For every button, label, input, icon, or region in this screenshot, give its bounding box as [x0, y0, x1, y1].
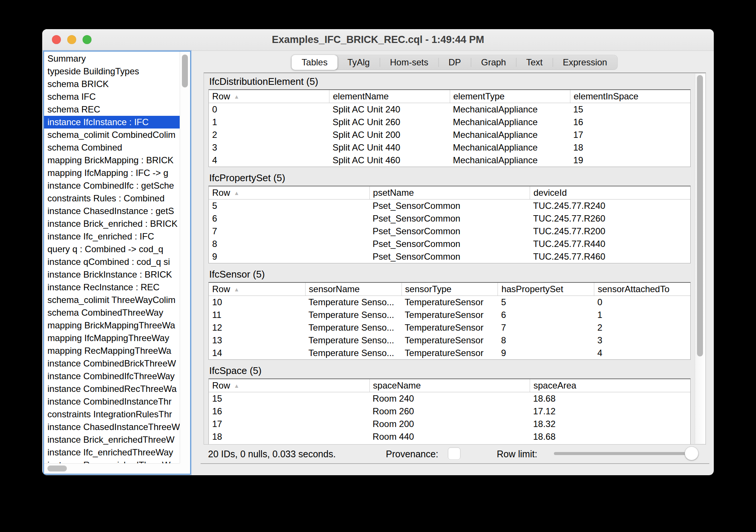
table-row[interactable]: 12Temperature Senso...TemperatureSensor7…	[209, 321, 690, 334]
column-header[interactable]: sensorType	[402, 283, 498, 296]
provenance-checkbox[interactable]	[448, 447, 461, 460]
table-row[interactable]: 9Pset_SensorCommonTUC.245.77.R460	[209, 250, 690, 263]
sidebar-item[interactable]: instance Rec_enrichedThreeW	[44, 459, 180, 463]
column-header[interactable]: deviceId	[530, 186, 690, 199]
sidebar-item[interactable]: schema IFC	[44, 90, 180, 103]
sidebar-item[interactable]: mapping RecMappingThreeWa	[44, 344, 180, 357]
tab-tables[interactable]: Tables	[292, 55, 338, 70]
sidebar-item[interactable]: schema_colimit CombinedColim	[44, 129, 180, 141]
column-header[interactable]: elementInSpace	[570, 90, 690, 103]
tab-hom-sets[interactable]: Hom-sets	[380, 55, 439, 69]
table-cell: 5	[209, 200, 369, 212]
table-cell: 1	[209, 116, 329, 129]
sidebar-item[interactable]: instance Brick_enrichedThreeW	[44, 433, 180, 446]
sidebar-item[interactable]: instance CombinedBrickThreeW	[44, 357, 180, 370]
sidebar-item[interactable]: instance CombinedIfc : getSche	[44, 179, 180, 192]
column-header[interactable]: sensorAttachedTo	[594, 283, 690, 296]
table-row[interactable]: 4Split AC Unit 460MechanicalAppliance19	[209, 154, 690, 167]
column-header[interactable]: sensorName	[305, 283, 402, 296]
table-cell: 4	[594, 347, 690, 359]
sidebar-item[interactable]: query q : Combined -> cod_q	[44, 243, 180, 256]
table-row[interactable]: 16Room 26017.12	[209, 405, 690, 418]
table-cell: Temperature Senso...	[305, 347, 402, 359]
table-cell: Split AC Unit 200	[329, 129, 449, 141]
sidebar-item[interactable]: instance Brick_enriched : BRICK	[44, 217, 180, 230]
table-row[interactable]: 13Temperature Senso...TemperatureSensor8…	[209, 334, 690, 347]
row-limit-slider-thumb[interactable]	[685, 446, 698, 460]
table-header-row: Row▲elementNameelementTypeelementInSpace	[209, 90, 690, 103]
sidebar-item[interactable]: instance CombinedInstanceThr	[44, 395, 180, 408]
tab-graph[interactable]: Graph	[471, 55, 516, 69]
sidebar-item[interactable]: instance BrickInstance : BRICK	[44, 268, 180, 281]
column-header[interactable]: spaceName	[369, 379, 530, 392]
sidebar-item[interactable]: mapping IfcMapping : IFC -> g	[44, 167, 180, 179]
sidebar-item[interactable]: mapping IfcMappingThreeWay	[44, 332, 180, 344]
table-row[interactable]: 0Split AC Unit 240MechanicalAppliance15	[209, 103, 690, 116]
table-cell: Temperature Senso...	[305, 296, 402, 309]
sidebar-item[interactable]: instance ChasedInstanceThreeW	[44, 421, 180, 433]
app-window: Examples_IFC_BRICK_REC.cql - 1:49:44 PM …	[42, 29, 714, 475]
sidebar-item[interactable]: instance CombinedRecThreeWa	[44, 383, 180, 395]
column-header[interactable]: elementType	[450, 90, 570, 103]
tab-dp[interactable]: DP	[439, 55, 471, 69]
zoom-window-button[interactable]	[83, 35, 92, 44]
table-row[interactable]: 17Room 20018.32	[209, 418, 690, 430]
tables-vertical-scrollbar[interactable]	[695, 74, 705, 444]
scrollbar-thumb[interactable]	[697, 75, 703, 356]
table-cell: Split AC Unit 260	[329, 116, 449, 129]
table-row[interactable]: 8Pset_SensorCommonTUC.245.77.R440	[209, 238, 690, 250]
tab-expression[interactable]: Expression	[553, 55, 617, 69]
sidebar-item[interactable]: instance IfcInstance : IFC	[44, 116, 180, 129]
sidebar-item[interactable]: instance CombinedIfcThreeWay	[44, 370, 180, 383]
column-header[interactable]: hasPropertySet	[498, 283, 594, 296]
scrollbar-thumb[interactable]	[182, 55, 188, 87]
sidebar-item[interactable]: instance ChasedInstance : getS	[44, 205, 180, 217]
table-row[interactable]: 1Split AC Unit 260MechanicalAppliance16	[209, 116, 690, 129]
row-limit-slider-track[interactable]	[554, 452, 691, 455]
column-header[interactable]: psetName	[369, 186, 530, 199]
table-row[interactable]: 14Temperature Senso...TemperatureSensor9…	[209, 347, 690, 359]
close-window-button[interactable]	[52, 35, 61, 44]
sidebar-item[interactable]: constraints Rules : Combined	[44, 192, 180, 205]
sidebar-item[interactable]: Summary	[44, 52, 180, 65]
table-row[interactable]: 15Room 24018.68	[209, 392, 690, 405]
table-cell: 3	[209, 141, 329, 154]
sidebar-item[interactable]: schema CombinedThreeWay	[44, 306, 180, 319]
sidebar-item[interactable]: schema REC	[44, 103, 180, 116]
table-cell: 4	[209, 154, 329, 167]
table-row[interactable]: 6Pset_SensorCommonTUC.245.77.R260	[209, 212, 690, 225]
sort-ascending-icon: ▲	[234, 286, 239, 293]
scrollbar-thumb[interactable]	[47, 466, 67, 471]
table-row[interactable]: 7Pset_SensorCommonTUC.245.77.R200	[209, 225, 690, 238]
sidebar-item[interactable]: typeside BuildingTypes	[44, 65, 180, 78]
sidebar-item[interactable]: instance qCombined : cod_q si	[44, 256, 180, 268]
sidebar-item[interactable]: mapping BrickMappingThreeWa	[44, 319, 180, 332]
sidebar-item[interactable]: mapping BrickMapping : BRICK	[44, 154, 180, 167]
table-row[interactable]: 3Split AC Unit 440MechanicalAppliance18	[209, 141, 690, 154]
column-header[interactable]: spaceArea	[530, 379, 690, 392]
table-row[interactable]: 2Split AC Unit 200MechanicalAppliance17	[209, 129, 690, 141]
tab-tyalg[interactable]: TyAlg	[337, 55, 380, 69]
sidebar-horizontal-scrollbar[interactable]	[44, 463, 180, 474]
sidebar-item[interactable]: instance Ifc_enrichedThreeWay	[44, 446, 180, 459]
sidebar-item[interactable]: schema Combined	[44, 141, 180, 154]
sidebar-item[interactable]: instance RecInstance : REC	[44, 281, 180, 294]
column-header[interactable]: Row▲	[209, 90, 329, 103]
minimize-window-button[interactable]	[67, 35, 76, 44]
table-cell: Split AC Unit 240	[329, 103, 449, 116]
window-titlebar[interactable]: Examples_IFC_BRICK_REC.cql - 1:49:44 PM	[42, 29, 714, 51]
table-row[interactable]: 10Temperature Senso...TemperatureSensor5…	[209, 296, 690, 309]
table-row[interactable]: 18Room 44018.68	[209, 430, 690, 443]
column-header[interactable]: Row▲	[209, 283, 305, 296]
sidebar-item[interactable]: schema BRICK	[44, 78, 180, 90]
sidebar-item[interactable]: schema_colimit ThreeWayColim	[44, 294, 180, 306]
column-header[interactable]: Row▲	[209, 186, 369, 199]
sidebar-vertical-scrollbar[interactable]	[180, 52, 190, 463]
column-header[interactable]: elementName	[329, 90, 449, 103]
tab-text[interactable]: Text	[516, 55, 553, 69]
table-row[interactable]: 11Temperature Senso...TemperatureSensor6…	[209, 309, 690, 321]
sidebar-item[interactable]: instance Ifc_enriched : IFC	[44, 230, 180, 243]
table-row[interactable]: 5Pset_SensorCommonTUC.245.77.R240	[209, 200, 690, 212]
sidebar-item[interactable]: constraints IntegrationRulesThr	[44, 408, 180, 421]
column-header[interactable]: Row▲	[209, 379, 369, 392]
